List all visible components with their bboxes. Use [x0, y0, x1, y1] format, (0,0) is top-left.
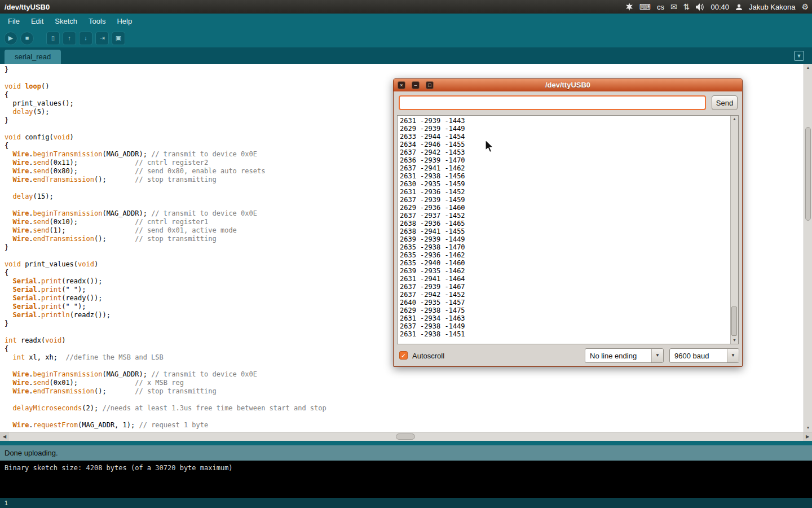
chevron-down-icon[interactable]: ▼: [727, 349, 739, 362]
scroll-up-icon[interactable]: ▲: [804, 64, 812, 72]
code-line: [5, 413, 804, 421]
baud-rate-value: 9600 baud: [674, 352, 709, 360]
save-button[interactable]: ↓: [79, 32, 92, 45]
scroll-right-icon[interactable]: ▶: [803, 432, 812, 441]
autoscroll-checkbox[interactable]: ✓: [399, 351, 408, 360]
code-line: Wire.beginTransmission(MAG_ADDR); // tra…: [5, 370, 804, 379]
menu-item-tools[interactable]: Tools: [83, 14, 111, 28]
network-sync-icon[interactable]: ⇅: [683, 3, 690, 11]
console-text: Binary sketch size: 4208 bytes (of a 307…: [0, 461, 812, 475]
tab-menu-button[interactable]: ▼: [794, 51, 804, 61]
top-panel: /dev/ttyUSB0 ⌨ cs ✉ ⇅ 00:40 Jakub Kakona…: [0, 0, 812, 14]
menu-bar: FileEditSketchToolsHelp: [0, 14, 812, 29]
focused-window-title: /dev/ttyUSB0: [5, 3, 50, 11]
code-line: delayMicroseconds(2); //needs at least 1…: [5, 404, 804, 413]
line-ending-value: No line ending: [590, 352, 637, 360]
serial-monitor-title: /dev/ttyUSB0: [545, 81, 590, 89]
stop-button[interactable]: ■: [20, 32, 34, 45]
maximize-icon: □: [428, 82, 431, 88]
desktop: /dev/ttyUSB0 ⌨ cs ✉ ⇅ 00:40 Jakub Kakona…: [0, 0, 812, 508]
serial-monitor-titlebar[interactable]: × – □ /dev/ttyUSB0: [394, 79, 742, 91]
mail-icon[interactable]: ✉: [670, 3, 677, 11]
volume-icon[interactable]: [696, 3, 704, 11]
serial-monitor-icon: ▣: [116, 35, 121, 41]
upload-button[interactable]: ⇥: [95, 32, 109, 45]
serial-monitor-body: Send 2631 -2939 -1443 2629 -2939 -1449 2…: [394, 91, 742, 366]
baud-rate-select[interactable]: 9600 baud ▼: [669, 348, 739, 363]
verify-button[interactable]: ▶: [4, 32, 17, 45]
menu-item-sketch[interactable]: Sketch: [49, 14, 83, 28]
check-icon: ✓: [401, 352, 406, 359]
close-icon: ×: [400, 82, 403, 88]
indicator-applet-icon[interactable]: [625, 3, 633, 11]
username[interactable]: Jakub Kakona: [749, 3, 795, 11]
minimize-button[interactable]: –: [412, 81, 420, 89]
send-button[interactable]: Send: [712, 95, 738, 110]
scroll-left-icon[interactable]: ◀: [0, 432, 9, 441]
serial-output-area[interactable]: 2631 -2939 -1443 2629 -2939 -1449 2633 -…: [397, 115, 739, 344]
serial-input[interactable]: [399, 95, 706, 110]
horizontal-scrollbar-thumb[interactable]: [396, 433, 415, 440]
code-line: }: [5, 65, 804, 74]
code-line: Wire.send(0x01); // x MSB reg: [5, 379, 804, 387]
chevron-down-icon: ▼: [797, 53, 802, 59]
tab-bar: serial_read ▼: [0, 47, 812, 64]
scroll-up-icon[interactable]: ▲: [731, 116, 738, 122]
maximize-button[interactable]: □: [426, 81, 434, 89]
new-sketch-button[interactable]: ▯: [46, 32, 60, 45]
chevron-down-icon[interactable]: ▼: [651, 349, 663, 362]
line-number-indicator: 1: [5, 500, 8, 506]
editor-vertical-scrollbar[interactable]: ▲ ▼: [804, 64, 812, 432]
console-panel[interactable]: Binary sketch size: 4208 bytes (of a 307…: [0, 461, 812, 498]
stop-icon: ■: [25, 35, 29, 41]
serial-monitor-window: × – □ /dev/ttyUSB0 Send 2631 -2939 -1443…: [393, 78, 743, 367]
line-ending-select[interactable]: No line ending ▼: [585, 348, 664, 363]
horizontal-scrollbar[interactable]: ◀ ▶: [0, 432, 812, 441]
clock[interactable]: 00:40: [710, 3, 729, 11]
keyboard-icon[interactable]: ⌨: [639, 3, 651, 11]
keyboard-layout[interactable]: cs: [657, 3, 664, 11]
status-bar: Done uploading.: [0, 445, 812, 461]
menu-item-help[interactable]: Help: [111, 14, 138, 28]
serial-output-scrollbar[interactable]: ▲ ▼: [730, 116, 738, 344]
upload-icon: ⇥: [99, 35, 104, 41]
new-sketch-icon: ▯: [51, 35, 55, 41]
scroll-down-icon[interactable]: ▼: [731, 337, 738, 344]
tab-serial-read[interactable]: serial_read: [5, 50, 61, 64]
serial-monitor-controls: ✓ Autoscroll No line ending ▼ 9600 baud …: [394, 344, 742, 366]
scroll-down-icon[interactable]: ▼: [804, 424, 812, 432]
status-strip: [0, 441, 812, 445]
serial-monitor-button[interactable]: ▣: [112, 32, 125, 45]
code-line: Wire.requestFrom(MAG_ADDR, 1); // reques…: [5, 421, 804, 430]
close-button[interactable]: ×: [398, 81, 405, 89]
editor-scrollbar-thumb[interactable]: [805, 127, 811, 221]
verify-icon: ▶: [8, 35, 13, 41]
user-icon: [735, 3, 743, 11]
menu-item-edit[interactable]: Edit: [25, 14, 49, 28]
serial-output-text: 2631 -2939 -1443 2629 -2939 -1449 2633 -…: [400, 117, 465, 338]
status-message: Done uploading.: [5, 449, 58, 457]
save-icon: ↓: [84, 35, 87, 41]
line-indicator-bar: 1: [0, 498, 812, 508]
open-button[interactable]: ↑: [63, 32, 76, 45]
tab-label: serial_read: [15, 52, 51, 61]
code-line: [5, 396, 804, 404]
serial-scrollbar-thumb[interactable]: [731, 306, 737, 336]
open-icon: ↑: [68, 35, 71, 41]
menu-item-file[interactable]: File: [2, 14, 25, 28]
session-gear-icon[interactable]: ⚙: [801, 3, 809, 11]
autoscroll-label: Autoscroll: [412, 352, 444, 360]
minimize-icon: –: [414, 82, 417, 88]
indicator-area: ⌨ cs ✉ ⇅ 00:40 Jakub Kakona ⚙: [625, 0, 809, 14]
code-line: Wire.endTransmission(); // stop transmit…: [5, 387, 804, 396]
toolbar: ▶■▯↑↓⇥▣: [0, 29, 812, 47]
